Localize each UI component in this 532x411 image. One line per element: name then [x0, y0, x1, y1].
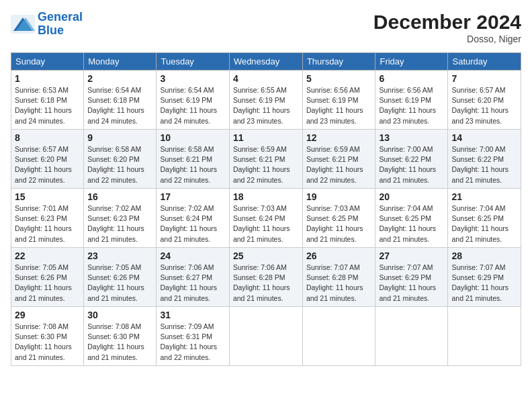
day-info: Sunrise: 7:00 AMSunset: 6:22 PMDaylight:… — [379, 145, 436, 184]
day-info: Sunrise: 6:58 AMSunset: 6:21 PMDaylight:… — [160, 145, 217, 184]
month-title: December 2024 — [373, 11, 521, 34]
page: GeneralBlue December 2024 Dosso, Niger S… — [0, 0, 532, 411]
day-info: Sunrise: 7:02 AMSunset: 6:24 PMDaylight:… — [160, 204, 217, 243]
day-number: 10 — [160, 132, 225, 143]
header: GeneralBlue December 2024 Dosso, Niger — [11, 11, 521, 44]
day-number: 2 — [87, 73, 152, 84]
day-info: Sunrise: 7:03 AMSunset: 6:25 PMDaylight:… — [306, 204, 363, 243]
day-cell-7: 7 Sunrise: 6:57 AMSunset: 6:20 PMDayligh… — [448, 71, 521, 130]
calendar-week-3: 15 Sunrise: 7:01 AMSunset: 6:23 PMDaylig… — [11, 189, 521, 248]
day-number: 13 — [379, 132, 444, 143]
day-cell-14: 14 Sunrise: 7:00 AMSunset: 6:22 PMDaylig… — [448, 130, 521, 189]
day-cell-11: 11 Sunrise: 6:59 AMSunset: 6:21 PMDaylig… — [229, 130, 302, 189]
day-info: Sunrise: 7:04 AMSunset: 6:25 PMDaylight:… — [379, 204, 436, 243]
day-cell-5: 5 Sunrise: 6:56 AMSunset: 6:19 PMDayligh… — [302, 71, 375, 130]
day-number: 22 — [15, 250, 80, 261]
day-cell-22: 22 Sunrise: 7:05 AMSunset: 6:26 PMDaylig… — [11, 248, 84, 307]
day-cell-31: 31 Sunrise: 7:09 AMSunset: 6:31 PMDaylig… — [157, 307, 229, 366]
day-number: 1 — [15, 73, 80, 84]
day-cell-18: 18 Sunrise: 7:03 AMSunset: 6:24 PMDaylig… — [229, 189, 302, 248]
day-cell-29: 29 Sunrise: 7:08 AMSunset: 6:30 PMDaylig… — [11, 307, 84, 366]
day-cell-10: 10 Sunrise: 6:58 AMSunset: 6:21 PMDaylig… — [157, 130, 229, 189]
day-cell-8: 8 Sunrise: 6:57 AMSunset: 6:20 PMDayligh… — [11, 130, 84, 189]
day-cell-27: 27 Sunrise: 7:07 AMSunset: 6:29 PMDaylig… — [375, 248, 448, 307]
day-number: 11 — [233, 132, 299, 143]
day-number: 17 — [160, 191, 225, 202]
day-number: 9 — [87, 132, 152, 143]
day-info: Sunrise: 6:55 AMSunset: 6:19 PMDaylight:… — [233, 86, 290, 125]
day-info: Sunrise: 7:07 AMSunset: 6:28 PMDaylight:… — [306, 263, 363, 302]
day-number: 29 — [15, 310, 80, 320]
title-area: December 2024 Dosso, Niger — [373, 11, 521, 44]
calendar-header-sunday: Sunday — [11, 53, 84, 71]
day-info: Sunrise: 6:57 AMSunset: 6:20 PMDaylight:… — [15, 145, 72, 184]
location: Dosso, Niger — [373, 34, 521, 44]
day-info: Sunrise: 7:08 AMSunset: 6:30 PMDaylight:… — [87, 322, 144, 361]
day-number: 23 — [87, 250, 152, 261]
day-cell-21: 21 Sunrise: 7:04 AMSunset: 6:25 PMDaylig… — [448, 189, 521, 248]
day-number: 15 — [15, 191, 80, 202]
day-info: Sunrise: 6:56 AMSunset: 6:19 PMDaylight:… — [306, 86, 363, 125]
calendar-header-saturday: Saturday — [448, 53, 521, 71]
day-info: Sunrise: 7:03 AMSunset: 6:24 PMDaylight:… — [233, 204, 290, 243]
calendar-header-monday: Monday — [84, 53, 157, 71]
day-cell-20: 20 Sunrise: 7:04 AMSunset: 6:25 PMDaylig… — [375, 189, 448, 248]
calendar-week-1: 1 Sunrise: 6:53 AMSunset: 6:18 PMDayligh… — [11, 71, 521, 130]
day-info: Sunrise: 6:54 AMSunset: 6:18 PMDaylight:… — [87, 86, 144, 125]
day-number: 27 — [379, 250, 444, 261]
day-info: Sunrise: 7:00 AMSunset: 6:22 PMDaylight:… — [451, 145, 508, 184]
day-number: 7 — [451, 73, 517, 84]
day-number: 5 — [306, 73, 372, 84]
empty-cell — [229, 307, 302, 366]
day-cell-3: 3 Sunrise: 6:54 AMSunset: 6:19 PMDayligh… — [157, 71, 229, 130]
day-info: Sunrise: 7:05 AMSunset: 6:26 PMDaylight:… — [15, 263, 72, 302]
day-cell-19: 19 Sunrise: 7:03 AMSunset: 6:25 PMDaylig… — [302, 189, 375, 248]
day-cell-4: 4 Sunrise: 6:55 AMSunset: 6:19 PMDayligh… — [229, 71, 302, 130]
day-info: Sunrise: 7:09 AMSunset: 6:31 PMDaylight:… — [160, 322, 217, 361]
day-info: Sunrise: 6:58 AMSunset: 6:20 PMDaylight:… — [87, 145, 144, 184]
day-info: Sunrise: 7:07 AMSunset: 6:29 PMDaylight:… — [379, 263, 436, 302]
day-cell-28: 28 Sunrise: 7:07 AMSunset: 6:29 PMDaylig… — [448, 248, 521, 307]
day-info: Sunrise: 7:05 AMSunset: 6:26 PMDaylight:… — [87, 263, 144, 302]
day-cell-25: 25 Sunrise: 7:06 AMSunset: 6:28 PMDaylig… — [229, 248, 302, 307]
day-info: Sunrise: 6:57 AMSunset: 6:20 PMDaylight:… — [451, 86, 508, 125]
day-number: 12 — [306, 132, 372, 143]
day-number: 19 — [306, 191, 372, 202]
logo-icon — [11, 15, 35, 34]
day-cell-24: 24 Sunrise: 7:06 AMSunset: 6:27 PMDaylig… — [157, 248, 229, 307]
day-number: 26 — [306, 250, 372, 261]
day-info: Sunrise: 7:08 AMSunset: 6:30 PMDaylight:… — [15, 322, 72, 361]
day-number: 4 — [233, 73, 299, 84]
day-info: Sunrise: 6:54 AMSunset: 6:19 PMDaylight:… — [160, 86, 217, 125]
day-cell-16: 16 Sunrise: 7:02 AMSunset: 6:23 PMDaylig… — [84, 189, 157, 248]
empty-cell — [375, 307, 448, 366]
day-number: 8 — [15, 132, 80, 143]
day-cell-12: 12 Sunrise: 6:59 AMSunset: 6:21 PMDaylig… — [302, 130, 375, 189]
calendar-header-friday: Friday — [375, 53, 448, 71]
calendar-body: 1 Sunrise: 6:53 AMSunset: 6:18 PMDayligh… — [11, 71, 521, 366]
day-cell-23: 23 Sunrise: 7:05 AMSunset: 6:26 PMDaylig… — [84, 248, 157, 307]
day-cell-6: 6 Sunrise: 6:56 AMSunset: 6:19 PMDayligh… — [375, 71, 448, 130]
day-info: Sunrise: 7:02 AMSunset: 6:23 PMDaylight:… — [87, 204, 144, 243]
logo: GeneralBlue — [11, 11, 83, 38]
calendar-header-tuesday: Tuesday — [157, 53, 229, 71]
day-info: Sunrise: 7:06 AMSunset: 6:27 PMDaylight:… — [160, 263, 217, 302]
day-number: 21 — [451, 191, 517, 202]
calendar-header-wednesday: Wednesday — [229, 53, 302, 71]
day-number: 18 — [233, 191, 299, 202]
day-info: Sunrise: 6:59 AMSunset: 6:21 PMDaylight:… — [233, 145, 290, 184]
day-number: 16 — [87, 191, 152, 202]
day-cell-1: 1 Sunrise: 6:53 AMSunset: 6:18 PMDayligh… — [11, 71, 84, 130]
calendar-week-5: 29 Sunrise: 7:08 AMSunset: 6:30 PMDaylig… — [11, 307, 521, 366]
calendar-header-thursday: Thursday — [302, 53, 375, 71]
day-info: Sunrise: 7:04 AMSunset: 6:25 PMDaylight:… — [451, 204, 508, 243]
day-number: 20 — [379, 191, 444, 202]
calendar-table: SundayMondayTuesdayWednesdayThursdayFrid… — [11, 52, 521, 366]
day-info: Sunrise: 6:56 AMSunset: 6:19 PMDaylight:… — [379, 86, 436, 125]
day-cell-17: 17 Sunrise: 7:02 AMSunset: 6:24 PMDaylig… — [157, 189, 229, 248]
day-cell-13: 13 Sunrise: 7:00 AMSunset: 6:22 PMDaylig… — [375, 130, 448, 189]
day-info: Sunrise: 6:59 AMSunset: 6:21 PMDaylight:… — [306, 145, 363, 184]
calendar-week-4: 22 Sunrise: 7:05 AMSunset: 6:26 PMDaylig… — [11, 248, 521, 307]
day-cell-15: 15 Sunrise: 7:01 AMSunset: 6:23 PMDaylig… — [11, 189, 84, 248]
logo-text: GeneralBlue — [38, 11, 83, 38]
